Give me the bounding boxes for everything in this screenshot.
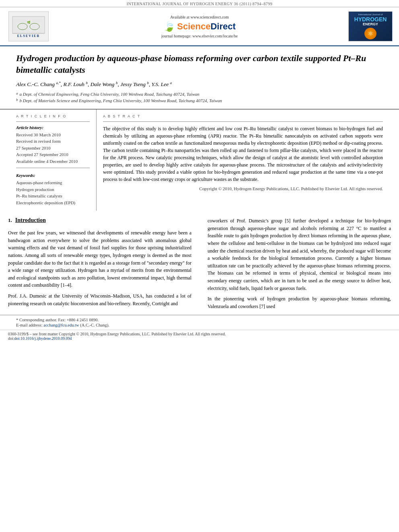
abstract-label: A B S T R A C T xyxy=(103,114,383,118)
author-sup-a2: a xyxy=(170,80,172,84)
author-louh: R.F. Louh xyxy=(63,81,84,87)
affiliation-a: a a Dept. of Chemical Engineering, Feng … xyxy=(16,91,383,98)
svg-text:ELSEVIER: ELSEVIER xyxy=(17,34,40,38)
footnote-section: * Corresponding author. Fax: +886 4 2451… xyxy=(0,315,399,330)
doi-link[interactable]: doi:10.1016/j.ijhydene.2010.09.094 xyxy=(14,336,72,341)
section-number: 1. xyxy=(8,217,12,224)
online-date: Available online 4 December 2010 xyxy=(16,158,90,165)
intro-body-left: Over the past few years, we witnessed th… xyxy=(8,229,191,307)
divider-3 xyxy=(103,121,383,122)
author-tseng: Jessy Tseng xyxy=(120,81,146,87)
author-wong: Dale Wong xyxy=(90,81,115,87)
intro-right-para-2: In the pioneering work of hydrogen produ… xyxy=(208,295,391,310)
issn-line: 0360-3199/$ – see front matter Copyright… xyxy=(8,332,391,336)
article-info-column: A R T I C L E I N F O Article history: R… xyxy=(8,109,97,211)
elsevier-logo: 🌿 ELSEVIER xyxy=(6,11,51,41)
center-banner: Available at www.sciencedirect.com 🍃 Sci… xyxy=(51,15,348,38)
intro-right-para-1: coworkers of Prof. Dumesic's group [5] f… xyxy=(208,217,391,292)
authors: Alex C.-C. Chang a,*, R.F. Louh b, Dale … xyxy=(16,80,383,88)
footnote-email: E-mail address: acchang@fcu.edu.tw (A.C.… xyxy=(16,323,383,327)
history-label: Article history: xyxy=(16,125,90,130)
article-info-abstract: A R T I C L E I N F O Article history: R… xyxy=(0,109,399,211)
affiliation-b: b b Dept. of Materials Science and Engin… xyxy=(16,97,383,104)
author-sup-b1: b xyxy=(86,80,88,84)
main-right-column: coworkers of Prof. Dumesic's group [5] f… xyxy=(204,217,391,313)
author-lee: Y.S. Lee xyxy=(152,81,169,87)
hydrogen-journal-logo: International Journal of HYDROGEN ENERGY… xyxy=(348,11,393,41)
intro-header: 1. Introduction xyxy=(8,217,191,227)
sciencedirect-name: ScienceDirect xyxy=(177,21,236,32)
keyword-2: Hydrogen production xyxy=(16,186,90,193)
keyword-1: Aqueous-phase reforming xyxy=(16,179,90,186)
email-link[interactable]: acchang@fcu.edu.tw xyxy=(43,323,79,327)
elsevier-logo-image: 🌿 ELSEVIER xyxy=(8,11,49,41)
article-info-label: A R T I C L E I N F O xyxy=(16,114,90,118)
intro-para-1: Over the past few years, we witnessed th… xyxy=(8,229,191,289)
keywords-label: Keywords: xyxy=(16,173,90,178)
top-banner: 🌿 ELSEVIER Available at www.sciencedirec… xyxy=(0,7,399,46)
intro-body-right: coworkers of Prof. Dumesic's group [5] f… xyxy=(208,217,391,310)
copyright-text: Copyright © 2010, Hydrogen Energy Public… xyxy=(103,186,383,191)
journal-homepage: journal homepage: www.elsevier.com/locat… xyxy=(51,34,348,38)
journal-header: INTERNATIONAL JOURNAL OF HYDROGEN ENERGY… xyxy=(0,0,399,7)
doi-line: doi:doi:10.1016/j.ijhydene.2010.09.094 xyxy=(8,336,391,341)
svg-text:🌿: 🌿 xyxy=(27,21,31,24)
keyword-3: Pt–Ru bimetallic catalysts xyxy=(16,193,90,199)
divider-2 xyxy=(16,168,90,168)
abstract-column: A B S T R A C T The objective of this st… xyxy=(97,109,391,211)
paper-title-section: Hydrogen production by aqueous-phase bio… xyxy=(0,46,399,109)
author-sup-b3: b xyxy=(147,80,149,84)
keyword-4: Electrophoretic deposition (EPD) xyxy=(16,199,90,206)
keywords-section: Keywords: Aqueous-phase reforming Hydrog… xyxy=(16,173,90,206)
author-sup-a: a,* xyxy=(56,80,60,84)
sd-leaf-icon: 🍃 xyxy=(163,21,175,32)
copyright-bottom: 0360-3199/$ – see front matter Copyright… xyxy=(0,330,399,342)
journal-header-text: INTERNATIONAL JOURNAL OF HYDROGEN ENERGY… xyxy=(127,2,273,6)
author-sup-b2: b xyxy=(116,80,118,84)
available-at-text: Available at www.sciencedirect.com xyxy=(51,15,348,19)
svg-rect-0 xyxy=(12,16,45,33)
main-left-column: 1. Introduction Over the past few years,… xyxy=(8,217,195,313)
abstract-text: The objective of this study is to develo… xyxy=(103,125,383,183)
main-content: 1. Introduction Over the past few years,… xyxy=(0,211,399,313)
footnote-corresponding: * Corresponding author. Fax: +886 4 2451… xyxy=(16,318,383,322)
paper-title: Hydrogen production by aqueous-phase bio… xyxy=(16,53,383,76)
intro-para-2: Prof. J.A. Dumesic at the University of … xyxy=(8,292,191,307)
affiliations: a a Dept. of Chemical Engineering, Feng … xyxy=(16,91,383,104)
author-chang: Alex C.-C. Chang xyxy=(16,81,55,87)
sciencedirect-logo: 🍃 ScienceDirect xyxy=(163,21,236,32)
revised-date: Received in revised form27 September 201… xyxy=(16,138,90,151)
accepted-date: Accepted 27 September 2010 xyxy=(16,151,90,158)
received-date: Received 30 March 2010 xyxy=(16,131,90,138)
section-title: Introduction xyxy=(15,217,46,224)
article-history: Article history: Received 30 March 2010 … xyxy=(16,125,90,165)
divider-1 xyxy=(16,121,90,122)
